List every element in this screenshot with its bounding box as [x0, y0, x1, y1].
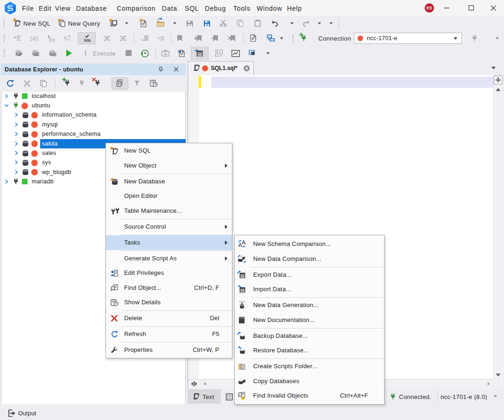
svg-text:SQL: SQL — [84, 38, 91, 42]
svg-text:A: A — [63, 35, 67, 41]
svg-text:?: ? — [157, 36, 160, 41]
svg-text:[@]: [@] — [30, 36, 38, 41]
svg-text:@: @ — [163, 52, 167, 56]
